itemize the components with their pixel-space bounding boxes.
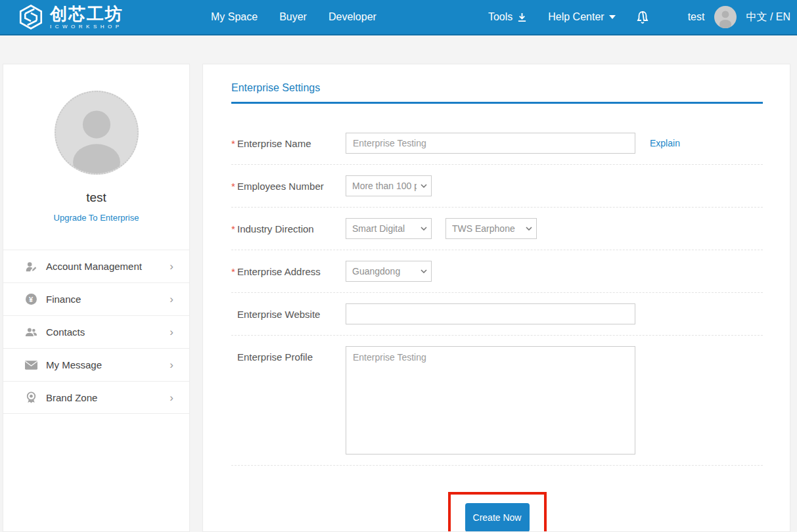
nav-link-buyer[interactable]: Buyer (279, 11, 307, 23)
profile-card: test Upgrade To Enterprise (3, 64, 189, 223)
create-now-button[interactable]: Create Now (465, 503, 530, 532)
user-menu[interactable]: test (688, 6, 737, 28)
contacts-icon (24, 326, 37, 338)
nav-link-my-space[interactable]: My Space (211, 11, 258, 23)
yen-coin-icon: ¥ (24, 294, 37, 305)
tools-menu[interactable]: Tools (488, 11, 527, 23)
enterprise-profile-row: * Enterprise Profile Enterprise Testing (231, 336, 763, 466)
sidebar-item-label: Contacts (46, 326, 85, 338)
sidebar-item-label: Account Management (46, 261, 142, 272)
required-mark: * (231, 181, 237, 192)
page-title: Enterprise Settings (231, 82, 763, 94)
enterprise-name-label: * Enterprise Name (231, 138, 346, 149)
sidebar-item-account-management[interactable]: Account Management › (3, 250, 189, 282)
enterprise-address-label: * Enterprise Address (231, 266, 346, 277)
enterprise-settings-panel: Enterprise Settings * Enterprise Name Ex… (202, 64, 790, 532)
envelope-icon (24, 359, 37, 371)
help-center-menu[interactable]: Help Center (548, 11, 615, 23)
chevron-right-icon: › (170, 326, 173, 338)
enterprise-settings-form: * Enterprise Name Explain * Employees Nu… (231, 122, 763, 532)
navbar-username: test (688, 11, 705, 23)
enterprise-website-input[interactable] (346, 303, 635, 324)
title-underline (231, 102, 763, 104)
upgrade-to-enterprise-link[interactable]: Upgrade To Enterprise (54, 213, 139, 223)
enterprise-website-label: * Enterprise Website (231, 309, 346, 320)
required-mark: * (231, 223, 237, 234)
top-navbar: 创芯工坊 ICWORKSHOP My Space Buyer Developer… (0, 0, 797, 35)
logo-subtitle: ICWORKSHOP (50, 24, 124, 30)
sidebar-item-label: Finance (46, 294, 81, 305)
chevron-right-icon: › (170, 359, 173, 370)
sidebar-item-contacts[interactable]: Contacts › (3, 315, 189, 348)
chevron-right-icon: › (170, 294, 173, 305)
employees-number-label: * Employees Number (231, 181, 346, 192)
employees-number-row: * Employees Number More than 100 p (231, 165, 763, 208)
industry-direction-primary-select[interactable]: Smart Digital (346, 218, 432, 239)
enterprise-profile-label: * Enterprise Profile (231, 346, 346, 363)
enterprise-address-select[interactable]: Guangdong (346, 261, 432, 282)
required-mark: * (231, 138, 237, 149)
person-icon (714, 6, 737, 28)
enterprise-name-row: * Enterprise Name Explain (231, 122, 763, 165)
cube-logo-icon (17, 3, 45, 31)
required-mark: * (231, 266, 237, 277)
person-icon (56, 92, 137, 173)
sidebar-item-brand-zone[interactable]: Brand Zone › (3, 381, 189, 414)
notification-button[interactable] (637, 11, 649, 24)
sidebar-item-finance[interactable]: ¥ Finance › (3, 282, 189, 315)
logo[interactable]: 创芯工坊 ICWORKSHOP (17, 3, 124, 31)
explain-link[interactable]: Explain (650, 138, 680, 148)
profile-username: test (3, 190, 189, 205)
enterprise-profile-textarea[interactable]: Enterprise Testing (346, 346, 635, 454)
sidebar-item-label: My Message (46, 359, 102, 370)
account-edit-icon (24, 261, 37, 273)
enterprise-name-input[interactable] (346, 133, 635, 154)
submit-area: Create Now (231, 466, 763, 532)
sidebar-menu: Account Management › ¥ Finance › Contact… (3, 250, 189, 414)
language-switch[interactable]: 中文 / EN (746, 11, 790, 24)
industry-direction-label: * Industry Direction (231, 223, 346, 234)
sidebar: test Upgrade To Enterprise Account Manag… (3, 64, 190, 532)
download-icon (517, 12, 527, 22)
sidebar-item-my-message[interactable]: My Message › (3, 348, 189, 381)
avatar[interactable] (714, 6, 737, 28)
industry-direction-secondary-select[interactable]: TWS Earphone (445, 218, 537, 239)
enterprise-website-row: * Enterprise Website (231, 293, 763, 336)
primary-nav: My Space Buyer Developer (211, 11, 376, 23)
sidebar-item-label: Brand Zone (46, 392, 97, 403)
enterprise-address-row: * Enterprise Address Guangdong (231, 250, 763, 293)
chevron-right-icon: › (170, 261, 173, 272)
logo-title: 创芯工坊 (50, 5, 124, 22)
medal-icon (24, 391, 37, 403)
chevron-right-icon: › (170, 392, 173, 403)
industry-direction-row: * Industry Direction Smart Digital TWS E… (231, 208, 763, 250)
red-highlight-annotation: Create Now (448, 492, 547, 532)
nav-link-developer[interactable]: Developer (329, 11, 376, 23)
caret-down-icon (609, 15, 616, 19)
employees-number-select[interactable]: More than 100 p (346, 175, 432, 196)
bell-icon (637, 11, 649, 24)
profile-avatar[interactable] (55, 91, 139, 175)
